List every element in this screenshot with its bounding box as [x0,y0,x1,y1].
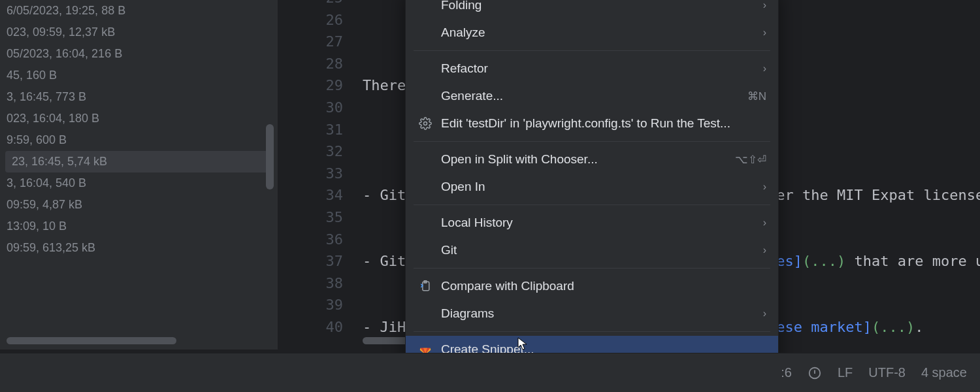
editor-horizontal-scrollbar[interactable] [363,337,408,344]
file-item[interactable]: 3, 16:45, 773 B [0,86,278,108]
line-number: 32 [278,140,356,163]
code-line: There [363,74,406,97]
file-item[interactable]: 09:59, 613,25 kB [0,237,278,259]
line-number: 35 [278,206,356,229]
menu-separator [414,204,770,205]
line-number: 40 [278,316,356,338]
menu-label: Generate... [441,89,740,103]
menu-item-refactor[interactable]: Refactor › [406,55,778,82]
menu-item-git[interactable]: Git › [406,237,778,264]
menu-item-folding[interactable]: Folding › [406,0,778,19]
horizontal-scrollbar[interactable] [7,337,176,344]
menu-item-edit-testdir[interactable]: Edit 'testDir' in 'playwright.config.ts'… [406,110,778,137]
line-number: 34 [278,184,356,206]
line-number: 36 [278,229,356,251]
menu-item-open-split[interactable]: Open in Split with Chooser... ⌥⇧⏎ [406,146,778,173]
line-number: 29 [278,74,356,97]
chevron-right-icon: › [763,217,766,229]
line-number: 30 [278,97,356,119]
spacer-icon [417,88,433,104]
spacer-icon [417,61,433,76]
line-number: 26 [278,9,356,31]
file-item[interactable]: 9:59, 600 B [0,129,278,151]
line-number: 31 [278,119,356,141]
spacer-icon [417,179,433,195]
menu-item-analyze[interactable]: Analyze › [406,19,778,46]
file-list: 6/05/2023, 19:25, 88 B 023, 09:59, 12,37… [0,0,278,259]
menu-label: Diagrams [441,306,755,321]
line-number: 33 [278,163,356,185]
file-item[interactable]: 6/05/2023, 19:25, 88 B [0,0,278,22]
chevron-right-icon: › [763,27,766,39]
chevron-right-icon: › [763,0,766,11]
file-item[interactable]: 023, 09:59, 12,37 kB [0,22,278,43]
menu-label: Edit 'testDir' in 'playwright.config.ts'… [441,116,766,131]
menu-item-compare-clipboard[interactable]: Compare with Clipboard [406,272,778,300]
menu-item-diagrams[interactable]: Diagrams › [406,300,778,327]
file-encoding[interactable]: UTF-8 [868,365,906,380]
code-line: - Gitder the MIT Expat license [363,184,406,206]
line-separator[interactable]: LF [838,365,853,380]
context-menu: Folding › Analyze › Refactor › Generate.… [405,0,779,392]
line-number: 27 [278,31,356,53]
menu-item-open-in[interactable]: Open In › [406,173,778,201]
menu-label: Refactor [441,61,755,76]
menu-label: Git [441,243,755,257]
menu-label: Folding [441,0,755,12]
svg-point-0 [424,122,427,125]
file-item[interactable]: 023, 16:04, 180 B [0,108,278,129]
line-number: 25 [278,0,356,9]
file-item[interactable]: 05/2023, 16:04, 216 B [0,43,278,65]
menu-shortcut: ⌥⇧⏎ [735,153,766,167]
menu-label: Local History [441,216,755,230]
status-bar: :6 LF UTF-8 4 space [0,353,980,392]
file-item[interactable]: 13:09, 10 B [0,216,278,237]
spacer-icon [417,306,433,321]
chevron-right-icon: › [763,63,766,74]
menu-item-generate[interactable]: Generate... ⌘N [406,82,778,110]
clipboard-icon [417,278,433,294]
menu-separator [414,331,770,332]
line-number: 37 [278,250,356,272]
file-item[interactable]: 3, 16:04, 540 B [0,172,278,194]
code-line: - Gitres](...) that are more us [363,250,406,272]
menu-label: Compare with Clipboard [441,279,766,293]
code-content[interactable]: There - Gitder the MIT Expat license - G… [363,0,406,350]
cursor-position[interactable]: :6 [781,365,792,380]
menu-label: Open in Split with Chooser... [441,152,727,167]
menu-label: Open In [441,180,755,194]
line-number: 38 [278,272,356,295]
file-sidebar: 6/05/2023, 19:25, 88 B 023, 09:59, 12,37… [0,0,278,350]
file-item[interactable]: 09:59, 4,87 kB [0,194,278,216]
line-number-gutter: 25 26 27 28 29 30 31 32 33 34 35 36 37 3… [278,0,356,338]
spacer-icon [417,25,433,41]
menu-separator [414,268,770,269]
menu-label: Analyze [441,25,755,40]
chevron-right-icon: › [763,308,766,319]
indent-setting[interactable]: 4 space [921,365,967,380]
warnings-indicator-icon[interactable] [808,366,822,380]
spacer-icon [417,0,433,13]
line-number: 39 [278,294,356,316]
menu-separator [414,50,770,51]
line-number: 28 [278,53,356,75]
gear-icon [417,116,433,131]
spacer-icon [417,215,433,231]
menu-shortcut: ⌘N [747,90,766,103]
code-line: - JiHnese market](...). [363,316,406,338]
file-item-selected[interactable]: 23, 16:45, 5,74 kB [5,151,272,172]
spacer-icon [417,152,433,167]
file-item[interactable]: 45, 160 B [0,65,278,86]
vertical-scrollbar[interactable] [266,124,274,189]
chevron-right-icon: › [763,244,766,256]
menu-item-local-history[interactable]: Local History › [406,209,778,237]
spacer-icon [417,242,433,258]
menu-separator [414,141,770,142]
chevron-right-icon: › [763,181,766,193]
